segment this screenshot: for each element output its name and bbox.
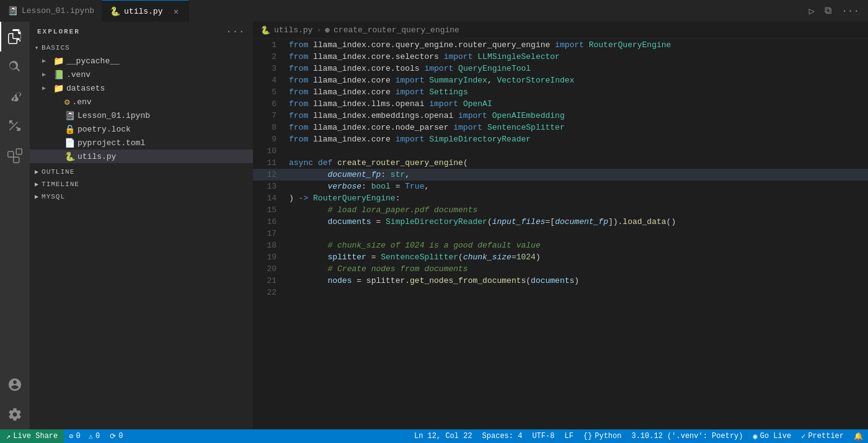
code-line-3: 3from llama_index.core.tools import Quer… bbox=[253, 63, 868, 74]
files-icon bbox=[8, 29, 23, 44]
status-interpreter[interactable]: 3.10.12 ('.venv': Poetry) bbox=[626, 429, 748, 443]
activity-search[interactable] bbox=[0, 51, 30, 81]
line-content-6[interactable]: from llama_index.llms.openai import Open… bbox=[284, 98, 868, 110]
line-content-11[interactable]: async def create_router_query_engine( bbox=[284, 157, 868, 169]
code-line-18: 18 # chunk_size of 1024 is a good defaul… bbox=[253, 239, 868, 251]
code-line-7: 7from llama_index.embeddings.openai impo… bbox=[253, 110, 868, 122]
chevron-right-outline-icon: ▶ bbox=[35, 168, 39, 176]
line-content-17[interactable] bbox=[284, 228, 868, 239]
line-content-16[interactable]: documents = SimpleDirectoryReader(input_… bbox=[284, 216, 868, 228]
activity-source-control[interactable] bbox=[0, 81, 30, 111]
tree-item-env[interactable]: ▶ ⚙ .env bbox=[30, 95, 253, 109]
tree-item-venv[interactable]: ▶ 📗 .venv bbox=[30, 68, 253, 81]
tabs-bar: 📓 Lesson_01.ipynb 🐍 utils.py ✕ ▷ ⧉ ··· bbox=[0, 0, 868, 22]
section-timeline[interactable]: ▶ TIMELINE bbox=[30, 178, 253, 190]
code-line-19: 19 splitter = SentenceSplitter(chunk_siz… bbox=[253, 251, 868, 263]
line-content-1[interactable]: from llama_index.core.query_engine.route… bbox=[284, 39, 868, 51]
sync-icon: ⟳ bbox=[110, 432, 116, 441]
tab-close-button[interactable]: ✕ bbox=[171, 6, 181, 16]
tree-item-lesson01[interactable]: ▶ 📓 Lesson_01.ipynb bbox=[30, 109, 253, 122]
file-tree: ▾ BASICS ▶ 📁 __pycache__ ▶ 📗 .venv bbox=[30, 42, 253, 429]
line-number-17: 17 bbox=[253, 228, 284, 239]
breadcrumb-python-icon: 🐍 bbox=[260, 25, 270, 35]
line-content-18[interactable]: # chunk_size of 1024 is a good default v… bbox=[284, 239, 868, 251]
line-number-22: 22 bbox=[253, 287, 284, 298]
activity-accounts[interactable] bbox=[0, 370, 30, 400]
line-content-19[interactable]: splitter = SentenceSplitter(chunk_size=1… bbox=[284, 251, 868, 263]
section-mysql[interactable]: ▶ MYSQL bbox=[30, 190, 253, 203]
line-number-6: 6 bbox=[253, 98, 284, 110]
line-number-21: 21 bbox=[253, 275, 284, 287]
code-line-8: 8from llama_index.core.node_parser impor… bbox=[253, 122, 868, 133]
line-content-2[interactable]: from llama_index.core.selectors import L… bbox=[284, 51, 868, 63]
line-content-21[interactable]: nodes = splitter.get_nodes_from_document… bbox=[284, 275, 868, 287]
line-content-8[interactable]: from llama_index.core.node_parser import… bbox=[284, 122, 868, 133]
section-outline[interactable]: ▶ OUTLINE bbox=[30, 166, 253, 178]
tree-item-utilspy[interactable]: ▶ 🐍 utils.py bbox=[30, 150, 253, 163]
line-number-12: 12 bbox=[253, 169, 284, 181]
tab-lesson01[interactable]: 📓 Lesson_01.ipynb bbox=[0, 0, 102, 22]
run-icon bbox=[7, 119, 22, 133]
accounts-icon bbox=[7, 377, 22, 392]
tree-item-poetrylock[interactable]: ▶ 🔒 poetry.lock bbox=[30, 122, 253, 136]
run-button[interactable]: ▷ bbox=[807, 2, 818, 20]
status-bar: ↗ Live Share ⊘ 0 ⚠ 0 ⟳ 0 Ln 12, Col 22 S… bbox=[0, 429, 868, 443]
status-bell[interactable]: 🔔 bbox=[849, 429, 868, 443]
tab-utils[interactable]: 🐍 utils.py ✕ bbox=[102, 0, 189, 22]
code-line-6: 6from llama_index.llms.openai import Ope… bbox=[253, 98, 868, 110]
line-number-11: 11 bbox=[253, 157, 284, 169]
code-line-17: 17 bbox=[253, 228, 868, 239]
code-line-2: 2from llama_index.core.selectors import … bbox=[253, 51, 868, 63]
code-line-10: 10 bbox=[253, 145, 868, 157]
line-number-15: 15 bbox=[253, 204, 284, 216]
tree-item-pycache[interactable]: ▶ 📁 __pycache__ bbox=[30, 54, 253, 68]
status-prettier[interactable]: ✓ Prettier bbox=[796, 429, 849, 443]
live-share-button[interactable]: ↗ Live Share bbox=[0, 429, 64, 443]
code-editor[interactable]: 1from llama_index.core.query_engine.rout… bbox=[253, 39, 868, 429]
line-content-9[interactable]: from llama_index.core import SimpleDirec… bbox=[284, 133, 868, 145]
prettier-icon: ✓ bbox=[801, 432, 805, 441]
status-encoding[interactable]: UTF-8 bbox=[527, 429, 559, 443]
line-content-3[interactable]: from llama_index.core.tools import Query… bbox=[284, 63, 868, 74]
breadcrumb-separator: › bbox=[316, 25, 321, 35]
activity-run[interactable] bbox=[0, 111, 30, 141]
search-icon bbox=[7, 59, 22, 74]
tab-label-lesson01: Lesson_01.ipynb bbox=[22, 6, 94, 16]
line-content-7[interactable]: from llama_index.embeddings.openai impor… bbox=[284, 110, 868, 122]
chevron-right-timeline-icon: ▶ bbox=[35, 181, 39, 188]
activity-extensions[interactable] bbox=[0, 141, 30, 171]
line-content-14[interactable]: ) -> RouterQueryEngine: bbox=[284, 192, 868, 204]
code-line-15: 15 # load lora_paper.pdf documents bbox=[253, 204, 868, 216]
status-remotes[interactable]: ⟳ 0 bbox=[105, 429, 128, 443]
status-position[interactable]: Ln 12, Col 22 bbox=[409, 429, 477, 443]
status-language[interactable]: {} Python bbox=[578, 429, 627, 443]
line-content-22[interactable] bbox=[284, 287, 868, 298]
breadcrumb-symbol-icon: ⊕ bbox=[325, 25, 330, 35]
sidebar-more-button[interactable]: ··· bbox=[226, 27, 246, 37]
activity-explorer[interactable] bbox=[0, 22, 30, 51]
section-basics[interactable]: ▾ BASICS bbox=[30, 42, 253, 54]
sidebar-title: EXPLORER ··· bbox=[30, 22, 253, 42]
line-content-5[interactable]: from llama_index.core import Settings bbox=[284, 86, 868, 98]
status-errors[interactable]: ⊘ 0 ⚠ 0 bbox=[64, 429, 105, 443]
line-content-4[interactable]: from llama_index.core import SummaryInde… bbox=[284, 74, 868, 86]
line-content-15[interactable]: # load lora_paper.pdf documents bbox=[284, 204, 868, 216]
error-icon: ⊘ bbox=[69, 432, 73, 441]
line-content-10[interactable] bbox=[284, 145, 868, 157]
status-eol[interactable]: LF bbox=[559, 429, 578, 443]
line-number-1: 1 bbox=[253, 39, 284, 51]
line-number-13: 13 bbox=[253, 181, 284, 192]
line-content-20[interactable]: # Create nodes from documents bbox=[284, 263, 868, 275]
line-content-13[interactable]: verbose: bool = True, bbox=[284, 181, 868, 192]
tree-item-pyproject[interactable]: ▶ 📄 pyproject.toml bbox=[30, 136, 253, 150]
chevron-down-icon: ▾ bbox=[35, 44, 39, 51]
status-golive[interactable]: ◉ Go Live bbox=[748, 429, 797, 443]
status-spaces[interactable]: Spaces: 4 bbox=[477, 429, 528, 443]
more-actions-button[interactable]: ··· bbox=[839, 3, 862, 19]
line-content-12[interactable]: document_fp: str, bbox=[284, 169, 868, 181]
python-icon: 🐍 bbox=[110, 6, 120, 17]
activity-settings[interactable] bbox=[0, 400, 30, 429]
live-share-icon: ↗ bbox=[6, 432, 11, 441]
split-editor-button[interactable]: ⧉ bbox=[822, 2, 834, 19]
tree-item-datasets[interactable]: ▶ 📁 datasets bbox=[30, 81, 253, 95]
